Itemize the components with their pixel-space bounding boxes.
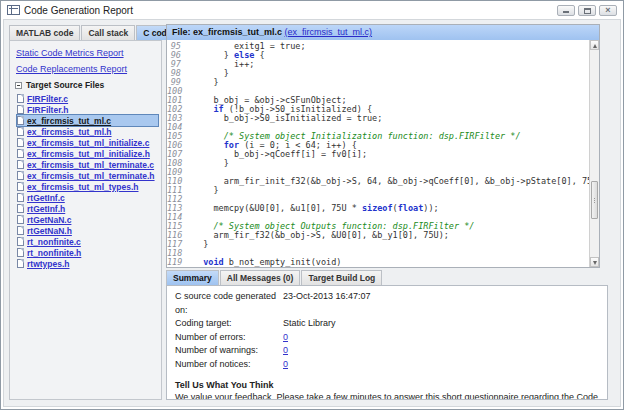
tree-item-label: ex_fircmsis_tut_ml_types.h xyxy=(27,182,139,192)
line-number: 119 xyxy=(167,258,193,267)
maximize-button[interactable] xyxy=(578,5,596,16)
code-line: 108 } xyxy=(167,159,589,168)
bottom-tab-target-build-log[interactable]: Target Build Log xyxy=(301,270,382,285)
tree-item-label: rtwtypes.h xyxy=(27,259,70,269)
summary-row-number-of-warnings: Number of warnings:0 xyxy=(175,344,599,358)
file-icon xyxy=(17,237,24,246)
tree-item-label: rtGetInf.h xyxy=(27,204,65,214)
code-text: b_not_empty_init(void) xyxy=(224,257,342,267)
code-text: arm_fir_f32(&b_obj->S, &U0[0], &b_y1[0],… xyxy=(193,230,449,240)
summary-label: Number of warnings: xyxy=(175,344,283,358)
summary-rows: C source code generated on:23-Oct-2013 1… xyxy=(175,290,599,371)
code-keyword: float xyxy=(398,203,424,213)
code-file-header: File: ex_fircmsis_tut_ml.c (ex_fircmsis_… xyxy=(167,25,599,40)
code-keyword: sizeof xyxy=(362,203,393,213)
file-header-link[interactable]: (ex_fircmsis_tut_ml.c) xyxy=(285,27,373,37)
code-line: 116 arm_fir_f32(&b_obj->S, &U0[0], &b_y1… xyxy=(167,231,589,240)
tree-item-ex-fircmsis-tut-ml-terminate-c[interactable]: ex_fircmsis_tut_ml_terminate.c xyxy=(17,159,158,170)
scroll-up-icon[interactable] xyxy=(590,40,599,50)
code-lines: 95 exitg1 = true;96 } else {97 i++;98 }9… xyxy=(167,42,589,267)
close-button[interactable]: × xyxy=(599,5,617,16)
summary-row-number-of-notices: Number of notices:0 xyxy=(175,358,599,372)
code-line: 117 } xyxy=(167,240,589,249)
code-text: } xyxy=(193,158,229,168)
code-text: } xyxy=(193,239,208,249)
minimize-button[interactable] xyxy=(557,5,575,16)
bottom-tabs: SummaryAll Messages (0)Target Build Log xyxy=(166,270,608,285)
tree-item-rtgetnan-h[interactable]: rtGetNaN.h xyxy=(17,225,158,236)
summary-value-link[interactable]: 0 xyxy=(283,345,288,355)
code-text: arm_fir_init_f32(&b_obj->S, 64, &b_obj->… xyxy=(193,176,599,186)
code-text xyxy=(193,257,203,267)
tree-item-label: ex_fircmsis_tut_ml.c xyxy=(27,116,111,126)
code-replacements-report-link[interactable]: Code Replacements Report xyxy=(16,64,158,74)
left-panel: MATLAB codeCall stackC code Static Code … xyxy=(9,24,162,400)
code-line: 113 memcpy(&U0[0], &u1[0], 75U * sizeof(… xyxy=(167,204,589,213)
tree-item-label: FIRFilter.c xyxy=(27,94,68,104)
bottom-tab-all-messages-0[interactable]: All Messages (0) xyxy=(220,270,301,285)
tree-item-ex-fircmsis-tut-ml-initialize-h[interactable]: ex_fircmsis_tut_ml_initialize.h xyxy=(17,148,158,159)
close-icon: × xyxy=(600,5,616,16)
tree-item-firfilter-c[interactable]: FIRFilter.c xyxy=(17,93,158,104)
summary-value: 0 xyxy=(283,344,288,358)
bottom-panel: SummaryAll Messages (0)Target Build Log … xyxy=(166,270,608,400)
report-app-icon xyxy=(7,5,20,15)
tree-item-rtgetnan-c[interactable]: rtGetNaN.c xyxy=(17,214,158,225)
file-icon xyxy=(17,226,24,235)
code-text: { xyxy=(254,50,264,60)
collapse-icon[interactable] xyxy=(15,82,22,89)
maximize-icon xyxy=(584,8,591,14)
code-line: 103 b_obj->S0_isInitialized = true; xyxy=(167,114,589,123)
scrollbar-thumb[interactable] xyxy=(591,181,598,219)
feedback-heading: Tell Us What You Think xyxy=(175,380,599,390)
code-scrollbar[interactable] xyxy=(589,40,599,267)
tree-item-rtgetinf-h[interactable]: rtGetInf.h xyxy=(17,203,158,214)
summary-label: Number of errors: xyxy=(175,331,283,345)
tab-matlab-code[interactable]: MATLAB code xyxy=(9,25,80,40)
code-line: 99 } xyxy=(167,78,589,87)
summary-value-link[interactable]: 0 xyxy=(283,359,288,369)
summary-value: 0 xyxy=(283,358,288,372)
file-icon xyxy=(17,182,24,191)
summary-body: C source code generated on:23-Oct-2013 1… xyxy=(166,285,608,400)
tree-item-label: rt_nonfinite.c xyxy=(27,237,81,247)
window-controls: × xyxy=(557,5,619,16)
tree-item-label: ex_fircmsis_tut_ml_initialize.h xyxy=(27,149,150,159)
feedback-text: We value your feedback. Please take a fe… xyxy=(175,392,599,400)
bottom-tab-summary[interactable]: Summary xyxy=(166,270,219,285)
tree-item-rtgetinf-c[interactable]: rtGetInf.c xyxy=(17,192,158,203)
tree-item-label: ex_fircmsis_tut_ml_terminate.h xyxy=(27,171,155,181)
feedback-section: Tell Us What You Think We value your fee… xyxy=(175,380,599,400)
tree-item-ex-fircmsis-tut-ml-types-h[interactable]: ex_fircmsis_tut_ml_types.h xyxy=(17,181,158,192)
window-title: Code Generation Report xyxy=(24,5,133,16)
tree-item-rt-nonfinite-c[interactable]: rt_nonfinite.c xyxy=(17,236,158,247)
static-code-metrics-report-link[interactable]: Static Code Metrics Report xyxy=(16,48,158,58)
scroll-down-icon[interactable] xyxy=(590,257,599,267)
code-line: 111 } xyxy=(167,186,589,195)
code-line: 107 b_obj->qCoeff[i] = fv0[i]; xyxy=(167,150,589,159)
report-frame: MATLAB codeCall stackC code Static Code … xyxy=(3,19,621,407)
tree-item-ex-fircmsis-tut-ml-h[interactable]: ex_fircmsis_tut_ml.h xyxy=(17,126,158,137)
code-body: 95 exitg1 = true;96 } else {97 i++;98 }9… xyxy=(167,40,599,267)
tree-header: Target Source Files xyxy=(15,80,158,90)
code-keyword: void xyxy=(203,257,223,267)
tree-item-rt-nonfinite-h[interactable]: rt_nonfinite.h xyxy=(17,247,158,258)
title-bar: Code Generation Report × xyxy=(1,1,623,19)
view-tabs: MATLAB codeCall stackC code xyxy=(9,24,162,40)
sidebar-body: Static Code Metrics ReportCode Replaceme… xyxy=(9,40,162,400)
tree-item-ex-fircmsis-tut-ml-c[interactable]: ex_fircmsis_tut_ml.c xyxy=(17,115,158,126)
code-text: )); xyxy=(423,203,438,213)
code-line: 98 } xyxy=(167,69,589,78)
tree-item-firfilter-h[interactable]: FIRFilter.h xyxy=(17,104,158,115)
summary-value: 0 xyxy=(283,331,288,345)
file-icon xyxy=(17,149,24,158)
code-line: 97 i++; xyxy=(167,60,589,69)
tree-item-ex-fircmsis-tut-ml-terminate-h[interactable]: ex_fircmsis_tut_ml_terminate.h xyxy=(17,170,158,181)
tree-item-rtwtypes-h[interactable]: rtwtypes.h xyxy=(17,258,158,269)
tree-item-ex-fircmsis-tut-ml-initialize-c[interactable]: ex_fircmsis_tut_ml_initialize.c xyxy=(17,137,158,148)
tab-call-stack[interactable]: Call stack xyxy=(81,25,135,40)
tree-item-label: FIRFilter.h xyxy=(27,105,69,115)
summary-value-link[interactable]: 0 xyxy=(283,332,288,342)
code-text: } xyxy=(193,77,219,87)
summary-label: Number of notices: xyxy=(175,358,283,372)
